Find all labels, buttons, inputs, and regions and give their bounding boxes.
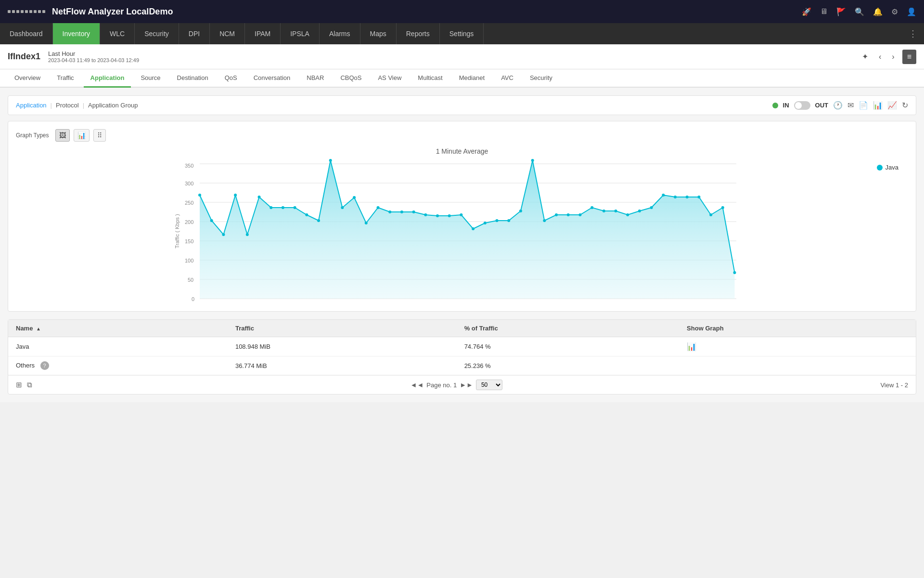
filter-application[interactable]: Application — [16, 102, 47, 109]
tab-overview[interactable]: Overview — [8, 69, 47, 88]
graph-type-area[interactable]: 🖼 — [55, 129, 70, 142]
svg-point-32 — [365, 222, 368, 224]
chart-icon[interactable]: 📈 — [887, 101, 897, 110]
svg-point-57 — [662, 194, 665, 197]
sub-header: IfIndex1 Last Hour 2023-04-03 11:49 to 2… — [0, 44, 924, 69]
menu-icon[interactable]: ≡ — [902, 50, 916, 64]
graph-type-scatter[interactable]: ⠿ — [93, 129, 106, 142]
svg-text:0: 0 — [192, 296, 194, 302]
filter-protocol[interactable]: Protocol — [56, 102, 79, 109]
brightness-icon[interactable]: ✦ — [859, 50, 871, 63]
sub-actions: ✦ ‹ › ≡ — [859, 50, 916, 64]
tab-asview[interactable]: AS View — [371, 69, 408, 88]
top-icons: 🚀 🖥 🚩 🔍 🔔 ⚙ 👤 — [802, 7, 916, 16]
nav-security[interactable]: Security — [135, 23, 179, 44]
svg-point-28 — [317, 219, 320, 222]
in-status-dot — [772, 103, 778, 108]
app-title: NetFlow Analyzer LocalDemo — [52, 7, 802, 17]
legend-dot — [877, 165, 883, 171]
svg-point-25 — [282, 206, 284, 209]
svg-point-49 — [567, 213, 570, 216]
svg-text:300: 300 — [185, 181, 193, 186]
tab-nbar[interactable]: NBAR — [300, 69, 331, 88]
row-name-java: Java — [8, 337, 228, 356]
bell-icon[interactable]: 🔔 — [873, 7, 883, 16]
search-icon[interactable]: 🔍 — [855, 7, 864, 16]
flag-icon[interactable]: 🚩 — [836, 7, 846, 16]
svg-point-35 — [400, 210, 403, 213]
in-out-toggle[interactable] — [794, 101, 810, 110]
filter-right: IN OUT 🕐 ✉ 📄 📊 📈 ↻ — [772, 101, 908, 110]
chart-container: Java 0 50 100 150 200 250 300 350 Traffi… — [16, 159, 908, 303]
nav-settings[interactable]: Settings — [440, 23, 484, 44]
page-size-select[interactable]: 50 100 200 — [476, 380, 502, 390]
svg-point-33 — [377, 206, 380, 209]
chart-legend: Java — [877, 164, 898, 171]
data-table: Name ▲ Traffic % of Traffic Show Graph J… — [8, 320, 916, 375]
time-label: Last Hour — [48, 50, 139, 57]
nav-wlc[interactable]: WLC — [100, 23, 135, 44]
filter-appgroup[interactable]: Application Group — [88, 102, 138, 109]
nav-alarms[interactable]: Alarms — [320, 23, 360, 44]
monitor-icon[interactable]: 🖥 — [820, 7, 828, 16]
grid-icon[interactable] — [8, 10, 45, 13]
nav-dashboard[interactable]: Dashboard — [0, 23, 53, 44]
nav-maps[interactable]: Maps — [360, 23, 397, 44]
svg-point-51 — [590, 206, 593, 209]
tab-avc[interactable]: AVC — [494, 69, 520, 88]
prev-icon[interactable]: ‹ — [876, 51, 884, 63]
tab-application[interactable]: Application — [84, 69, 131, 88]
tab-conversation[interactable]: Conversation — [247, 69, 297, 88]
tab-qos[interactable]: QoS — [218, 69, 244, 88]
pdf-icon[interactable]: 📄 — [859, 101, 868, 110]
settings-icon[interactable]: ⚙ — [891, 7, 898, 16]
svg-marker-17 — [200, 160, 735, 299]
export-csv-icon[interactable]: ⊞ — [16, 381, 22, 389]
col-pct: % of Traffic — [457, 320, 679, 337]
svg-point-61 — [709, 213, 712, 216]
svg-point-22 — [246, 233, 249, 236]
svg-point-31 — [353, 196, 356, 199]
clock-icon[interactable]: 🕐 — [833, 101, 843, 110]
svg-point-36 — [412, 210, 415, 213]
user-icon[interactable]: 👤 — [907, 7, 916, 16]
col-showgraph: Show Graph — [679, 320, 916, 337]
nav-dpi[interactable]: DPI — [179, 23, 210, 44]
refresh-icon[interactable]: ↻ — [902, 101, 908, 110]
tab-source[interactable]: Source — [134, 69, 167, 88]
tab-cbqos[interactable]: CBQoS — [334, 69, 368, 88]
col-name[interactable]: Name ▲ — [8, 320, 228, 337]
tab-multicast[interactable]: Multicast — [411, 69, 449, 88]
tab-traffic[interactable]: Traffic — [50, 69, 80, 88]
row-traffic-others: 36.774 MiB — [228, 356, 457, 375]
nav-bar: Dashboard Inventory WLC Security DPI NCM… — [0, 23, 924, 44]
svg-point-34 — [388, 210, 391, 213]
question-icon[interactable]: ? — [40, 361, 49, 370]
csv-icon[interactable]: 📊 — [873, 101, 883, 110]
nav-ncm[interactable]: NCM — [210, 23, 245, 44]
svg-point-29 — [329, 159, 332, 162]
next-icon[interactable]: › — [889, 51, 897, 63]
top-bar: NetFlow Analyzer LocalDemo 🚀 🖥 🚩 🔍 🔔 ⚙ 👤 — [0, 0, 924, 23]
rocket-icon[interactable]: 🚀 — [802, 7, 811, 16]
graph-type-bar[interactable]: 📊 — [74, 129, 90, 142]
nav-more-icon[interactable]: ⋮ — [902, 23, 924, 44]
tab-security[interactable]: Security — [523, 69, 559, 88]
email-icon[interactable]: ✉ — [847, 101, 854, 110]
svg-text:150: 150 — [185, 238, 193, 244]
first-page-button[interactable]: ◄◄ — [411, 381, 424, 389]
nav-ipsla[interactable]: IPSLA — [281, 23, 320, 44]
chart-svg: 0 50 100 150 200 250 300 350 Traffic ( K… — [16, 159, 908, 303]
tab-destination[interactable]: Destination — [170, 69, 215, 88]
export-pdf-icon[interactable]: ⧉ — [27, 381, 32, 389]
next-page-button[interactable]: ►► — [460, 381, 473, 389]
row-showgraph-java[interactable]: 📊 — [679, 337, 916, 356]
svg-point-38 — [436, 214, 439, 217]
nav-inventory[interactable]: Inventory — [53, 23, 101, 44]
nav-reports[interactable]: Reports — [397, 23, 440, 44]
tab-medianet[interactable]: Medianet — [452, 69, 491, 88]
bar-chart-icon[interactable]: 📊 — [687, 342, 696, 351]
nav-ipam[interactable]: IPAM — [245, 23, 281, 44]
svg-point-56 — [650, 206, 653, 209]
svg-text:100: 100 — [185, 258, 193, 263]
